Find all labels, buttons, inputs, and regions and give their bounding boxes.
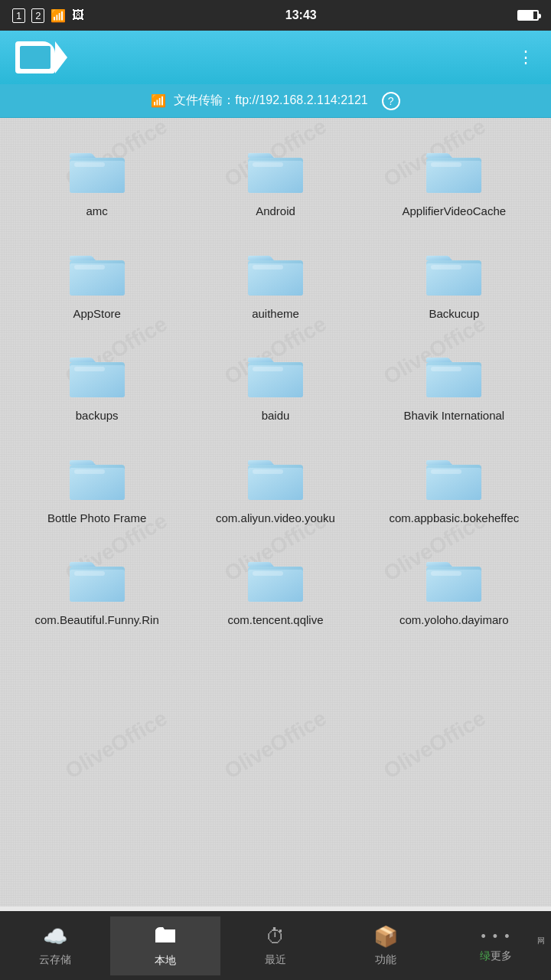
- svg-rect-29: [74, 469, 105, 474]
- svg-rect-44: [431, 571, 461, 576]
- svg-rect-8: [431, 162, 461, 167]
- folder-item[interactable]: Bottle Photo Frame: [8, 440, 186, 543]
- folder-icon: [67, 556, 128, 605]
- folder-icon: [423, 147, 484, 196]
- svg-rect-35: [431, 469, 461, 474]
- cloud-label: 云存储: [39, 953, 71, 967]
- folder-name: com.yoloho.dayimaro: [399, 612, 509, 628]
- bottom-nav: ☁️ 云存储 本地 ⏱ 最近 📦 功能 • • • 绿更多 网: [0, 911, 551, 980]
- folder-name: Android: [256, 204, 295, 219]
- sim2-icon: 2: [31, 8, 44, 23]
- folder-icon: [423, 454, 484, 503]
- sim1-icon: 1: [12, 8, 25, 23]
- function-label: 功能: [375, 953, 396, 967]
- nav-item-more[interactable]: • • • 绿更多 网: [441, 921, 551, 971]
- folder-name: backups: [76, 408, 119, 423]
- folder-icon: [245, 454, 306, 503]
- local-icon: [154, 924, 177, 949]
- wifi-status-icon: 📶: [51, 8, 66, 23]
- folder-icon: [423, 556, 484, 605]
- ftp-wifi-icon: 📶: [151, 93, 166, 108]
- folder-name: amc: [86, 204, 107, 219]
- folder-item[interactable]: com.aliyun.video.youku: [186, 440, 364, 543]
- folder-item[interactable]: Bhavik International: [365, 338, 543, 440]
- folder-icon: [245, 556, 306, 605]
- ftp-bar: 📶 文件传输：ftp://192.168.2.114:2121 ?: [0, 84, 551, 118]
- folder-name: Bhavik International: [403, 408, 504, 423]
- folder-name: com.Beautiful.Funny.Rin: [35, 612, 159, 628]
- folder-name: AppStore: [73, 306, 121, 322]
- folder-grid: amc Android: [0, 126, 551, 652]
- folder-item[interactable]: amc: [8, 133, 186, 236]
- sd-card-icon: [15, 41, 55, 74]
- svg-rect-11: [74, 265, 105, 270]
- recent-icon: ⏱: [266, 925, 285, 949]
- app-logo: [15, 41, 55, 74]
- folder-name: ApplifierVideoCache: [402, 204, 506, 219]
- folder-name: Backucup: [429, 306, 479, 322]
- folder-icon: [423, 351, 484, 400]
- folder-item[interactable]: AppStore: [8, 236, 186, 338]
- content-area: OliveOffice OliveOffice OliveOffice Oliv…: [0, 118, 551, 906]
- folder-item[interactable]: com.yoloho.dayimaro: [365, 542, 543, 645]
- folder-item[interactable]: com.Beautiful.Funny.Rin: [8, 542, 186, 645]
- folder-item[interactable]: com.appbasic.bokeheffec: [365, 440, 543, 543]
- folder-icon: [67, 351, 128, 400]
- folder-item[interactable]: ApplifierVideoCache: [365, 133, 543, 236]
- svg-rect-5: [253, 162, 283, 167]
- folder-icon: [245, 250, 306, 299]
- svg-rect-32: [253, 469, 283, 474]
- folder-name: com.aliyun.video.youku: [216, 511, 335, 526]
- nav-item-recent[interactable]: ⏱ 最近: [220, 917, 331, 975]
- svg-rect-38: [74, 571, 105, 576]
- more-label: 绿更多: [480, 949, 512, 963]
- more-suffix: 网: [537, 936, 545, 946]
- nav-item-function[interactable]: 📦 功能: [331, 917, 441, 975]
- cloud-icon: ☁️: [43, 925, 67, 949]
- recent-label: 最近: [265, 953, 286, 967]
- battery-icon: [517, 10, 539, 21]
- help-button[interactable]: ?: [382, 92, 400, 110]
- folder-icon: [67, 147, 128, 196]
- svg-rect-14: [253, 265, 283, 270]
- image-status-icon: 🖼: [72, 8, 84, 22]
- folder-icon: [67, 250, 128, 299]
- folder-name: com.tencent.qqlive: [227, 612, 323, 628]
- folder-item[interactable]: Backucup: [365, 236, 543, 338]
- folder-icon: [67, 454, 128, 503]
- function-icon: 📦: [373, 925, 398, 949]
- folder-item[interactable]: backups: [8, 338, 186, 440]
- svg-rect-20: [74, 367, 105, 371]
- ftp-address: 文件传输：ftp://192.168.2.114:2121: [174, 93, 367, 109]
- status-bar: 1 2 📶 🖼 13:43: [0, 0, 551, 31]
- folder-name: Bottle Photo Frame: [47, 511, 146, 526]
- more-icon: • • •: [481, 929, 511, 945]
- nav-item-cloud[interactable]: ☁️ 云存储: [0, 917, 110, 975]
- status-time: 13:43: [285, 8, 317, 22]
- folder-icon: [423, 250, 484, 299]
- svg-rect-41: [253, 571, 283, 576]
- app-bar: ⋮: [0, 31, 551, 84]
- folder-name: auitheme: [252, 306, 299, 322]
- folder-item[interactable]: com.tencent.qqlive: [186, 542, 364, 645]
- folder-icon: [245, 351, 306, 400]
- folder-item[interactable]: Android: [186, 133, 364, 236]
- nav-item-local[interactable]: 本地: [110, 916, 220, 975]
- svg-rect-23: [253, 367, 283, 371]
- folder-item[interactable]: auitheme: [186, 236, 364, 338]
- local-label: 本地: [155, 954, 176, 968]
- menu-button[interactable]: ⋮: [517, 47, 536, 67]
- folder-icon: [245, 147, 306, 196]
- svg-rect-26: [431, 367, 461, 371]
- folder-item[interactable]: baidu: [186, 338, 364, 440]
- folder-name: com.appbasic.bokeheffec: [389, 511, 519, 526]
- status-icons: 1 2 📶 🖼: [12, 8, 84, 23]
- svg-rect-2: [74, 162, 105, 167]
- svg-rect-17: [431, 265, 461, 270]
- folder-name: baidu: [262, 408, 290, 423]
